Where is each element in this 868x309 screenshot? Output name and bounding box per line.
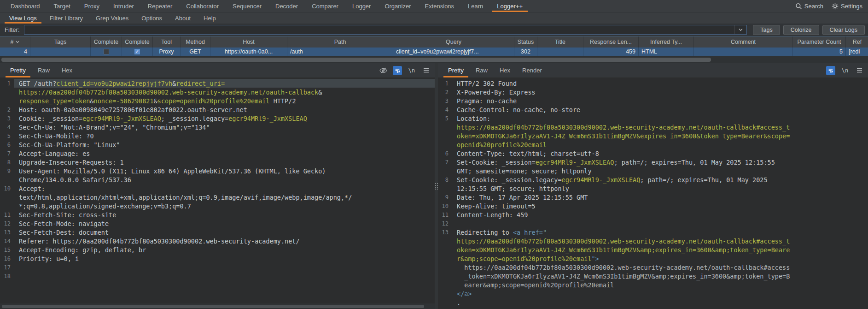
split-divider[interactable] bbox=[435, 63, 438, 309]
newline-icon[interactable]: \n bbox=[407, 66, 416, 75]
line-number bbox=[438, 289, 452, 298]
column-header-ref[interactable]: Ref bbox=[846, 36, 868, 48]
column-header-inferred-ty[interactable]: Inferred Ty... bbox=[639, 36, 694, 48]
menu-tab-sequencer[interactable]: Sequencer bbox=[226, 0, 268, 12]
request-panel: PrettyRawHex\n1GET /auth?client_id=vo9u2… bbox=[0, 63, 435, 309]
complete-checkbox[interactable] bbox=[104, 49, 109, 54]
column-header-parameter-count[interactable]: Parameter Count bbox=[793, 36, 846, 48]
menu-tab-intruder[interactable]: Intruder bbox=[106, 0, 141, 12]
column-header-path[interactable]: Path bbox=[287, 36, 393, 48]
request-tab-raw[interactable]: Raw bbox=[32, 63, 56, 77]
subnav-tab-grep-values[interactable]: Grep Values bbox=[89, 12, 135, 24]
menu-tab-logger[interactable]: Logger++ bbox=[490, 0, 530, 12]
column-header-status[interactable]: Status bbox=[514, 36, 537, 48]
column-header-complete[interactable]: Complete bbox=[91, 36, 122, 48]
response-tab-raw[interactable]: Raw bbox=[470, 63, 494, 77]
request-scrollbar-thumb[interactable] bbox=[2, 305, 424, 308]
subnav-tab-label: Help bbox=[204, 15, 216, 22]
hide-icon[interactable] bbox=[379, 66, 388, 75]
menu-tab-logger[interactable]: Logger bbox=[345, 0, 378, 12]
line-number: 4 bbox=[0, 123, 14, 131]
divider-grip-icon bbox=[435, 183, 438, 190]
subnav-tab-label: About bbox=[175, 15, 191, 22]
request-tab-pretty[interactable]: Pretty bbox=[4, 63, 32, 77]
column-header-host[interactable]: Host bbox=[210, 36, 287, 48]
menu-tab-organizer[interactable]: Organizer bbox=[378, 0, 418, 12]
line-number bbox=[438, 254, 452, 263]
wrap-icon[interactable] bbox=[393, 66, 402, 75]
clear-logs-button[interactable]: Clear Logs bbox=[822, 25, 865, 35]
subnav-tab-options[interactable]: Options bbox=[135, 12, 169, 24]
menu-icon[interactable] bbox=[855, 66, 864, 75]
subnav-tab-help[interactable]: Help bbox=[197, 12, 222, 24]
filter-dropdown-button[interactable] bbox=[734, 25, 746, 34]
tags-button[interactable]: Tags bbox=[753, 25, 780, 35]
subnav-tab-about[interactable]: About bbox=[169, 12, 197, 24]
menu-tab-decoder[interactable]: Decoder bbox=[268, 0, 305, 12]
column-header-label: Query bbox=[446, 39, 461, 45]
editor-row: 11Content-Length: 459 bbox=[438, 210, 868, 219]
editor-row: 13Sec-Fetch-Dest: document bbox=[0, 228, 435, 237]
menu-tab-repeater[interactable]: Repeater bbox=[141, 0, 179, 12]
request-horizontal-scrollbar[interactable] bbox=[0, 303, 435, 309]
row-cell-comment bbox=[694, 48, 793, 56]
menu-tab-collaborator[interactable]: Collaborator bbox=[179, 0, 226, 12]
subnav-tab-label: Grep Values bbox=[96, 15, 128, 22]
response-tab-render[interactable]: Render bbox=[516, 63, 548, 77]
editor-row: earer&amp;scope=openid%20profile%20email bbox=[438, 280, 868, 289]
column-header-blank[interactable]: # bbox=[0, 36, 30, 48]
menu-tab-comparer[interactable]: Comparer bbox=[305, 0, 345, 12]
search-button[interactable]: Search bbox=[795, 3, 823, 10]
column-header-label: Tags bbox=[54, 39, 66, 45]
request-editor-buttons: \n bbox=[379, 63, 431, 77]
column-header-method[interactable]: Method bbox=[181, 36, 210, 48]
menu-icon[interactable] bbox=[421, 66, 431, 75]
editor-line: Content-Type: text/html; charset=utf-8 bbox=[452, 149, 868, 158]
editor-line: Location: bbox=[452, 114, 868, 123]
editor-row: r&amp;scope=openid%20profile%20email"> bbox=[438, 254, 868, 263]
menu-tab-label: Learn bbox=[468, 3, 483, 10]
column-header-title[interactable]: Title bbox=[537, 36, 583, 48]
line-number bbox=[438, 184, 452, 193]
column-header-query[interactable]: Query bbox=[393, 36, 514, 48]
menu-tab-proxy[interactable]: Proxy bbox=[77, 0, 106, 12]
editor-line: Sec-Fetch-Dest: document bbox=[14, 228, 435, 237]
editor-line: Set-Cookie: _session.legacy=egcr94MRl9-_… bbox=[452, 175, 868, 184]
column-header-tags[interactable]: Tags bbox=[30, 36, 91, 48]
editor-row: 12:15:55 GMT; secure; httponly bbox=[438, 184, 868, 193]
response-tab-hex[interactable]: Hex bbox=[494, 63, 516, 77]
complete-checkbox[interactable]: ✓ bbox=[134, 49, 140, 54]
menu-tab-learn[interactable]: Learn bbox=[461, 0, 490, 12]
menu-tab-dashboard[interactable]: Dashboard bbox=[4, 0, 47, 12]
table-horizontal-scrollbar[interactable] bbox=[0, 56, 868, 63]
editor-row: 11Sec-Fetch-Site: cross-site bbox=[0, 210, 435, 219]
log-entry-row[interactable]: 4✓ProxyGEThttps://oauth-0a0.../authclien… bbox=[0, 48, 868, 56]
tab-label: Raw bbox=[476, 67, 488, 74]
editor-row: 9User-Agent: Mozilla/5.0 (X11; Linux x86… bbox=[0, 166, 435, 175]
subnav-tab-filter-library[interactable]: Filter Library bbox=[43, 12, 89, 24]
editor-row: 6Sec-Ch-Ua-Platform: "Linux" bbox=[0, 140, 435, 149]
request-tab-hex[interactable]: Hex bbox=[56, 63, 78, 77]
editor-line: Pragma: no-cache bbox=[452, 96, 868, 105]
request-editor[interactable]: 1GET /auth?client_id=vo9u2pwawi2repjyjf7… bbox=[0, 77, 435, 303]
newline-icon[interactable]: \n bbox=[840, 66, 850, 75]
column-header-comment[interactable]: Comment bbox=[694, 36, 793, 48]
column-header-response-len[interactable]: Response Len... bbox=[583, 36, 639, 48]
colorize-button[interactable]: Colorize bbox=[783, 25, 819, 35]
column-header-complete-2[interactable]: Complete bbox=[122, 36, 153, 48]
menu-tab-target[interactable]: Target bbox=[47, 0, 77, 12]
filter-bar: Filter: TagsColorizeClear Logs bbox=[0, 24, 868, 36]
response-editor[interactable]: 1HTTP/2 302 Found2X-Powered-By: Express3… bbox=[438, 77, 868, 309]
filter-label: Filter: bbox=[3, 26, 21, 33]
settings-button[interactable]: Settings bbox=[832, 3, 862, 10]
menu-tab-extensions[interactable]: Extensions bbox=[418, 0, 461, 12]
response-tab-pretty[interactable]: Pretty bbox=[442, 63, 470, 77]
editor-line: Content-Length: 459 bbox=[452, 210, 868, 219]
subnav-tab-view-logs[interactable]: View Logs bbox=[3, 12, 43, 24]
table-scrollbar-thumb[interactable] bbox=[1, 58, 711, 62]
filter-input[interactable] bbox=[24, 25, 734, 34]
menu-utilities: Search Settings bbox=[795, 0, 862, 12]
wrap-icon[interactable] bbox=[826, 66, 835, 75]
column-header-tool[interactable]: Tool bbox=[153, 36, 181, 48]
row-cell-method: GET bbox=[181, 48, 210, 56]
